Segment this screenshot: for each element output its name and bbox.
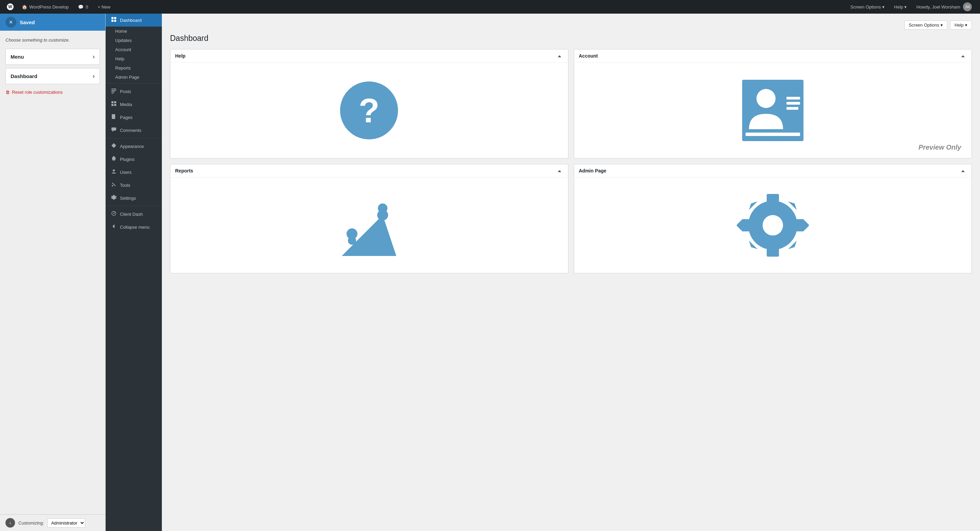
svg-point-53 [763, 215, 783, 236]
sidebar-item-plugins[interactable]: Plugins [106, 153, 162, 166]
sidebar-item-account[interactable]: Account [106, 45, 162, 54]
widget-admin-page-collapse[interactable] [959, 168, 967, 174]
customizer-body: Choose something to customize. Menu › Da… [0, 31, 105, 514]
svg-rect-17 [113, 117, 114, 118]
site-name-label: WordPress Develop [29, 5, 68, 10]
admin-page-icon-svg [735, 188, 810, 263]
sidebar-item-users[interactable]: Users [106, 166, 162, 179]
admin-page-label: Admin Page [115, 75, 139, 80]
comments-menu-icon [110, 127, 117, 134]
svg-rect-12 [111, 104, 113, 106]
collapse-icon [110, 223, 117, 230]
plugins-icon [110, 156, 117, 163]
help-button[interactable]: Help ▾ [889, 0, 912, 14]
sidebar-item-dashboard[interactable]: Dashboard [106, 14, 162, 27]
site-name-button[interactable]: 🏠 WordPress Develop [17, 0, 73, 14]
svg-rect-5 [114, 20, 116, 22]
svg-point-24 [113, 169, 115, 171]
sidebar-item-client-dash[interactable]: Client Dash [106, 207, 162, 220]
customizer-role-select[interactable]: Administrator Editor Author Subscriber [48, 518, 85, 528]
sidebar-item-tools[interactable]: Tools [106, 179, 162, 191]
pages-label: Pages [120, 115, 132, 120]
account-label: Account [115, 47, 131, 52]
howdy-text: Howdy, Joel Worsham [916, 5, 960, 10]
sidebar-item-admin-page[interactable]: Admin Page [106, 73, 162, 82]
new-content-button[interactable]: + New [93, 0, 115, 14]
sidebar-item-appearance[interactable]: Appearance [106, 140, 162, 153]
sidebar-item-updates[interactable]: Updates [106, 36, 162, 45]
screen-options-button[interactable]: Screen Options ▾ [904, 21, 948, 30]
help-sub-label: Help [115, 56, 124, 61]
collapse-triangle-icon [558, 55, 561, 57]
widget-admin-page-header: Admin Page [574, 164, 972, 177]
main-content: Screen Options ▾ Help ▾ Dashboard Help [162, 14, 980, 531]
admin-bar-left: W 🏠 WordPress Develop 💬 0 + New [3, 0, 846, 14]
widget-reports-collapse[interactable] [556, 168, 563, 174]
svg-rect-54 [767, 194, 779, 202]
sidebar-item-posts[interactable]: Posts [106, 85, 162, 98]
svg-text:?: ? [359, 91, 380, 129]
svg-rect-15 [113, 115, 115, 116]
home-sub-label: Home [115, 29, 127, 34]
media-icon [110, 101, 117, 108]
comments-icon: 💬 [78, 5, 83, 10]
posts-label: Posts [120, 89, 131, 94]
menu-separator-3 [106, 206, 162, 206]
svg-rect-6 [111, 89, 116, 89]
svg-rect-11 [114, 101, 116, 103]
widget-reports-title: Reports [175, 168, 193, 174]
customizer-nav-menu[interactable]: Menu › [5, 49, 100, 65]
screen-options-bar: Screen Options ▾ Help ▾ [170, 21, 972, 30]
admin-menu: Dashboard Home Updates Account Help Repo… [106, 14, 162, 233]
reset-customizations-button[interactable]: 🗑 Reset role customizations [5, 89, 100, 95]
sidebar-item-help[interactable]: Help [106, 54, 162, 64]
widget-reports-body [170, 177, 568, 273]
customizer-back-button[interactable]: ‹ [5, 518, 15, 528]
dashboard-label: Dashboard [120, 18, 142, 23]
main-help-button[interactable]: Help ▾ [950, 21, 972, 30]
collapse-triangle-icon-3 [558, 170, 561, 172]
widget-help-collapse[interactable] [556, 53, 563, 59]
widget-account-header: Account [574, 49, 972, 63]
svg-rect-35 [786, 97, 800, 99]
sidebar-item-settings[interactable]: Settings [106, 191, 162, 204]
customizer-panel: ✕ Saved Choose something to customize. M… [0, 14, 106, 531]
trash-icon: 🗑 [5, 89, 10, 95]
svg-rect-10 [111, 101, 113, 103]
sidebar-item-home[interactable]: Home [106, 27, 162, 36]
wp-logo-button[interactable]: W [3, 0, 17, 14]
chevron-right-icon: › [93, 53, 95, 60]
comments-button[interactable]: 💬 0 [73, 0, 93, 14]
page-wrapper: ✕ Saved Choose something to customize. M… [0, 14, 980, 531]
users-icon [110, 169, 117, 175]
screen-options-button[interactable]: Screen Options ▾ [846, 0, 889, 14]
sidebar-item-collapse[interactable]: Collapse menu [106, 220, 162, 233]
sidebar-item-pages[interactable]: Pages [106, 111, 162, 124]
widget-account-collapse[interactable] [959, 53, 967, 59]
media-label: Media [120, 102, 132, 107]
widget-admin-page-body [574, 177, 972, 273]
comments-label: Comments [120, 128, 142, 133]
svg-rect-21 [112, 157, 116, 160]
widget-help: Help ? [170, 49, 568, 158]
page-title: Dashboard [170, 34, 972, 43]
reports-label: Reports [115, 65, 131, 70]
svg-rect-7 [111, 90, 116, 91]
widget-help-body: ? [170, 63, 568, 158]
svg-point-26 [112, 185, 113, 187]
client-dash-icon [110, 210, 117, 217]
widget-help-header: Help [170, 49, 568, 63]
sidebar-item-comments[interactable]: Comments [106, 124, 162, 137]
svg-rect-38 [746, 132, 800, 136]
sidebar-item-media[interactable]: Media [106, 98, 162, 111]
appearance-label: Appearance [120, 144, 144, 149]
svg-rect-33 [742, 80, 803, 141]
customizer-close-button[interactable]: ✕ [5, 17, 16, 28]
customizer-nav-dashboard[interactable]: Dashboard › [5, 68, 100, 84]
widget-reports: Reports [170, 164, 568, 273]
sidebar-item-reports[interactable]: Reports [106, 64, 162, 73]
widget-help-title: Help [175, 53, 185, 59]
updates-label: Updates [115, 38, 132, 43]
pages-icon [110, 114, 117, 121]
customizer-saved-label: Saved [20, 19, 35, 25]
